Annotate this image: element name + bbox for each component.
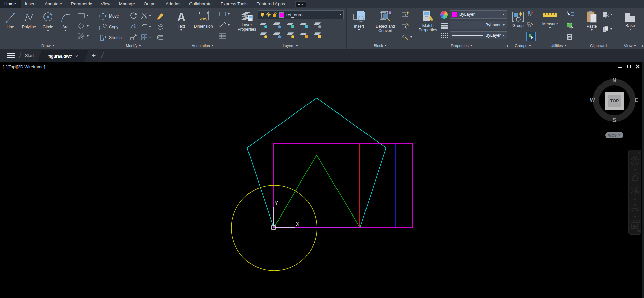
menu-tab-insert[interactable]: Insert — [21, 0, 40, 8]
array-button[interactable] — [141, 34, 151, 41]
yellow-circle[interactable] — [231, 185, 317, 271]
menu-tab-parametric[interactable]: Parametric — [66, 0, 96, 8]
explode-button[interactable] — [156, 23, 164, 30]
layer-properties-button[interactable]: Layer Properties — [236, 10, 257, 32]
mirror-button[interactable] — [130, 23, 137, 30]
dialog-launcher-icon[interactable] — [505, 45, 508, 47]
match-properties-button[interactable]: Match Properties — [417, 10, 439, 32]
trim-button[interactable] — [141, 12, 151, 20]
paste-button[interactable]: Paste — [584, 10, 600, 31]
layer-isolate-button[interactable] — [273, 22, 282, 28]
green-zigzag[interactable] — [274, 155, 359, 227]
linetype-dropdown[interactable]: ByLayer — [450, 31, 507, 39]
panel-label-block[interactable]: Block — [347, 42, 414, 49]
layer-thaw-button[interactable] — [286, 32, 295, 38]
group-selection-toggle[interactable] — [526, 32, 536, 41]
cyan-pentagon[interactable] — [247, 98, 386, 228]
wcs-menu[interactable]: WCS — [605, 132, 623, 138]
menu-tab-addins[interactable]: Add-ins — [161, 0, 185, 8]
select-similar-button[interactable] — [566, 22, 574, 29]
menu-tab-collaborate[interactable]: Collaborate — [185, 0, 216, 8]
measure-button[interactable]: Measure — [539, 13, 561, 28]
offset-button[interactable] — [156, 34, 164, 41]
dialog-launcher-icon[interactable] — [640, 45, 643, 47]
linear-dimension-button[interactable] — [218, 11, 230, 17]
compass-east[interactable]: E — [635, 97, 638, 103]
compass-west[interactable]: W — [590, 97, 595, 103]
restore-icon[interactable] — [627, 65, 631, 68]
move-button[interactable]: Move — [99, 12, 119, 20]
cut-button[interactable] — [602, 11, 612, 18]
navigation-bar[interactable] — [628, 150, 641, 235]
model-space-canvas[interactable]: [−][Top][2D Wireframe] N W E S TOP WCS — [0, 62, 644, 298]
insert-block-button[interactable]: Insert — [351, 10, 368, 31]
tab-start[interactable]: Start — [25, 49, 34, 62]
rectangle-tool-button[interactable] — [77, 13, 89, 19]
panel-label-layers[interactable]: Layers — [234, 42, 346, 49]
panel-label-utilities[interactable]: Utilities — [536, 42, 581, 49]
layer-unlock-button[interactable] — [300, 32, 309, 38]
layer-make-current-button[interactable] — [313, 22, 322, 28]
magenta-rectangle[interactable] — [274, 143, 413, 228]
erase-button[interactable] — [156, 12, 164, 20]
edit-block-button[interactable] — [401, 22, 409, 29]
group-button[interactable]: Group — [510, 11, 526, 28]
ungroup-button[interactable] — [527, 11, 534, 17]
panel-label-annotation[interactable]: Annotation — [171, 42, 234, 49]
menu-tab-featured-apps[interactable]: Featured Apps — [252, 0, 289, 8]
panel-label-draw[interactable]: Draw — [0, 42, 96, 49]
quick-calculator-button[interactable] — [566, 34, 573, 40]
panel-label-modify[interactable]: Modify — [96, 42, 171, 49]
hatch-tool-button[interactable] — [77, 33, 89, 39]
new-tab-button[interactable]: + — [90, 52, 98, 60]
menu-tab-manage[interactable]: Manage — [115, 0, 139, 8]
arc-button[interactable]: Arc — [58, 11, 73, 31]
base-button[interactable]: Base — [622, 11, 638, 30]
object-color-dropdown[interactable]: ByLayer — [450, 10, 507, 19]
hamburger-menu-icon[interactable] — [7, 53, 15, 58]
close-tab-icon[interactable]: × — [75, 54, 78, 59]
menu-tab-home[interactable]: Home — [0, 0, 21, 8]
menu-tab-annotate[interactable]: Annotate — [40, 0, 66, 8]
ribbon-collapse-button[interactable] — [295, 1, 306, 7]
compass-south[interactable]: S — [613, 117, 616, 123]
tab-active-drawing[interactable]: figuras.dwt* × — [38, 50, 88, 62]
quick-select-button[interactable] — [566, 11, 574, 18]
text-button[interactable]: A Text — [174, 10, 189, 31]
minimize-icon[interactable] — [618, 67, 622, 68]
layer-select-dropdown[interactable]: ret_ouro — [258, 10, 344, 19]
layer-match-button[interactable] — [313, 32, 322, 38]
compass-north[interactable]: N — [612, 78, 616, 84]
panel-label-groups[interactable]: Groups — [509, 42, 536, 49]
block-attributes-button[interactable] — [401, 34, 412, 40]
circle-button[interactable]: Circle — [39, 11, 57, 31]
panel-label-properties[interactable]: Properties — [414, 42, 509, 49]
line-button[interactable]: Line — [2, 11, 19, 29]
create-block-button[interactable] — [401, 11, 409, 18]
layer-freeze-button[interactable] — [286, 22, 295, 28]
lineweight-dropdown[interactable]: ByLayer — [450, 21, 507, 29]
scrollbar-strip[interactable] — [642, 62, 644, 298]
layer-unisolate-button[interactable] — [273, 32, 282, 38]
layer-on-button[interactable] — [259, 32, 268, 38]
layer-off-button[interactable] — [259, 22, 268, 28]
layer-lock-button[interactable] — [300, 22, 309, 28]
viewport-controls[interactable]: [−][Top][2D Wireframe] — [3, 65, 45, 69]
detect-and-convert-button[interactable]: Detect and Convert — [371, 10, 400, 33]
table-button[interactable] — [218, 33, 227, 39]
copy-button[interactable]: Copy — [99, 23, 118, 31]
close-icon[interactable] — [636, 65, 639, 68]
panel-label-clipboard[interactable]: Clipboard — [581, 42, 616, 49]
rotate-button[interactable] — [130, 12, 137, 20]
viewcube-top-face[interactable]: TOP — [605, 92, 624, 110]
ellipse-tool-button[interactable] — [77, 23, 89, 29]
leader-button[interactable] — [218, 22, 230, 28]
copy-clip-button[interactable] — [602, 26, 612, 32]
group-edit-button[interactable] — [527, 22, 534, 28]
stretch-button[interactable]: Stretch — [99, 34, 122, 42]
menu-tab-output[interactable]: Output — [139, 0, 161, 8]
dimension-button[interactable]: Dimension — [191, 10, 216, 29]
menu-tab-express-tools[interactable]: Express Tools — [216, 0, 252, 8]
polyline-button[interactable]: Polyline — [20, 11, 38, 29]
menu-tab-view[interactable]: View — [96, 0, 115, 8]
